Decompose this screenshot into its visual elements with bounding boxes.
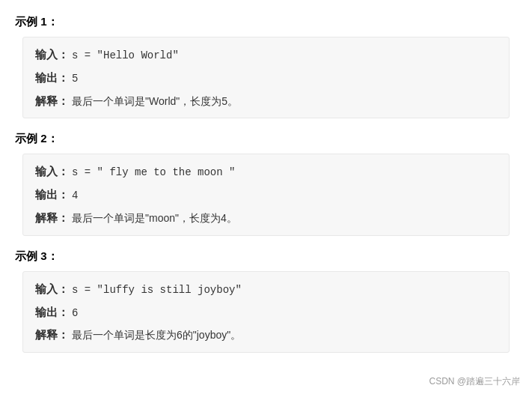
input-line-2: 输入：s = " fly me to the moon " (35, 162, 497, 182)
explain-line-2: 解释：最后一个单词是"moon"，长度为4。 (35, 208, 497, 228)
section-title-1: 示例 1： (15, 15, 510, 29)
input-line-3: 输入：s = "luffy is still joyboy" (35, 279, 497, 300)
example-block-3: 输入：s = "luffy is still joyboy"输出：6解释：最后一… (22, 271, 510, 353)
output-line-3: 输出：6 (35, 303, 497, 323)
output-label-2: 输出： (35, 185, 69, 204)
input-label-1: 输入： (35, 45, 69, 64)
section-1: 示例 1：输入：s = "Hello World"输出：5解释：最后一个单词是"… (15, 15, 510, 118)
watermark: CSDN @踏遍三十六岸 (429, 375, 520, 388)
example-block-2: 输入：s = " fly me to the moon "输出：4解释：最后一个… (22, 154, 510, 235)
section-title-2: 示例 2： (15, 132, 510, 146)
input-value-2: s = " fly me to the moon " (72, 164, 235, 182)
output-label-1: 输出： (35, 68, 69, 88)
input-label-3: 输入： (35, 279, 69, 299)
explain-line-3: 解释：最后一个单词是长度为6的"joyboy"。 (35, 325, 497, 345)
input-value-1: s = "Hello World" (72, 47, 179, 65)
example-block-1: 输入：s = "Hello World"输出：5解释：最后一个单词是"World… (22, 37, 510, 118)
output-label-3: 输出： (35, 303, 69, 322)
explain-label-2: 解释： (35, 208, 69, 228)
input-value-3: s = "luffy is still joyboy" (72, 282, 242, 300)
explain-label-1: 解释： (35, 91, 69, 111)
explain-label-3: 解释： (35, 325, 69, 345)
section-3: 示例 3：输入：s = "luffy is still joyboy"输出：6解… (15, 249, 510, 353)
output-value-2: 4 (72, 187, 78, 205)
explain-value-2: 最后一个单词是"moon"，长度为4。 (72, 210, 237, 228)
input-label-2: 输入： (35, 162, 69, 181)
output-value-3: 6 (72, 305, 78, 323)
explain-value-1: 最后一个单词是"World"，长度为5。 (72, 93, 238, 111)
explain-line-1: 解释：最后一个单词是"World"，长度为5。 (35, 91, 497, 111)
section-2: 示例 2：输入：s = " fly me to the moon "输出：4解释… (15, 132, 510, 235)
output-line-1: 输出：5 (35, 68, 497, 88)
input-line-1: 输入：s = "Hello World" (35, 45, 497, 65)
output-value-1: 5 (72, 70, 78, 88)
output-line-2: 输出：4 (35, 185, 497, 205)
explain-value-3: 最后一个单词是长度为6的"joyboy"。 (72, 327, 241, 345)
section-title-3: 示例 3： (15, 249, 510, 264)
